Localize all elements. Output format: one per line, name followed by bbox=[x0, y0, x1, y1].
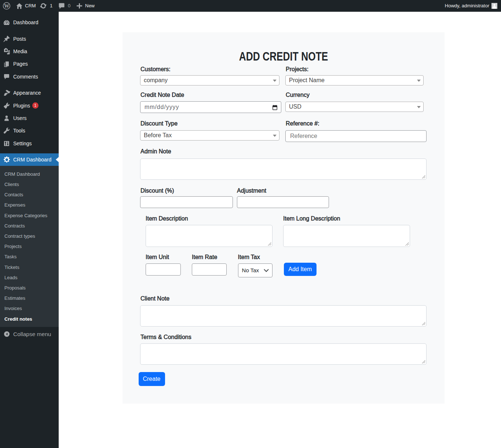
svg-text:W: W bbox=[4, 3, 10, 9]
